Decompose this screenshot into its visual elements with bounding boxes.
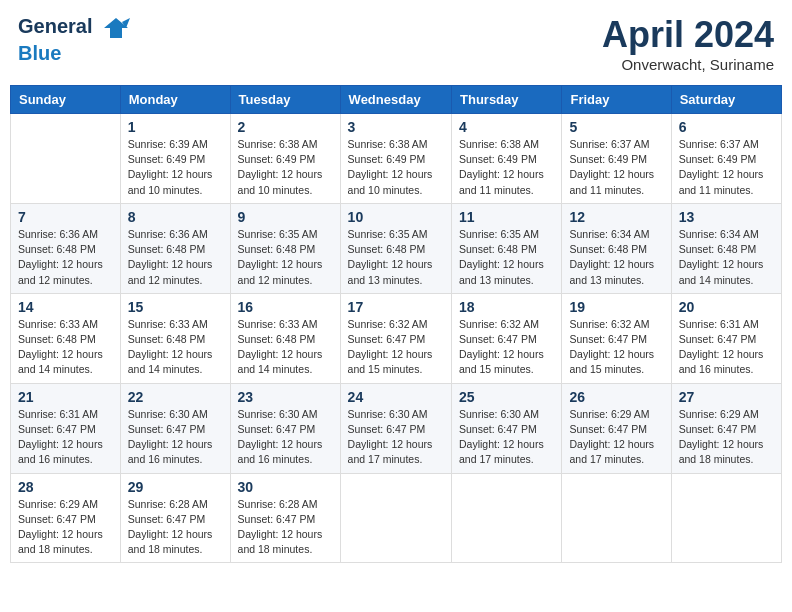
calendar-week-row: 28Sunrise: 6:29 AMSunset: 6:47 PMDayligh… bbox=[11, 473, 782, 563]
calendar-cell: 29Sunrise: 6:28 AMSunset: 6:47 PMDayligh… bbox=[120, 473, 230, 563]
location-subtitle: Onverwacht, Suriname bbox=[602, 56, 774, 73]
logo-general: General bbox=[18, 15, 92, 37]
day-number: 22 bbox=[128, 389, 223, 405]
calendar-cell: 27Sunrise: 6:29 AMSunset: 6:47 PMDayligh… bbox=[671, 383, 781, 473]
weekday-header: Monday bbox=[120, 86, 230, 114]
day-info: Sunrise: 6:31 AMSunset: 6:47 PMDaylight:… bbox=[18, 407, 113, 468]
calendar-cell: 21Sunrise: 6:31 AMSunset: 6:47 PMDayligh… bbox=[11, 383, 121, 473]
calendar-cell: 24Sunrise: 6:30 AMSunset: 6:47 PMDayligh… bbox=[340, 383, 451, 473]
logo-bird-icon bbox=[102, 14, 130, 42]
day-info: Sunrise: 6:28 AMSunset: 6:47 PMDaylight:… bbox=[128, 497, 223, 558]
day-number: 19 bbox=[569, 299, 663, 315]
day-info: Sunrise: 6:29 AMSunset: 6:47 PMDaylight:… bbox=[679, 407, 774, 468]
calendar-cell: 14Sunrise: 6:33 AMSunset: 6:48 PMDayligh… bbox=[11, 293, 121, 383]
calendar-cell: 22Sunrise: 6:30 AMSunset: 6:47 PMDayligh… bbox=[120, 383, 230, 473]
day-info: Sunrise: 6:38 AMSunset: 6:49 PMDaylight:… bbox=[238, 137, 333, 198]
calendar-cell: 3Sunrise: 6:38 AMSunset: 6:49 PMDaylight… bbox=[340, 114, 451, 204]
day-number: 27 bbox=[679, 389, 774, 405]
day-number: 8 bbox=[128, 209, 223, 225]
day-number: 25 bbox=[459, 389, 554, 405]
calendar-cell: 17Sunrise: 6:32 AMSunset: 6:47 PMDayligh… bbox=[340, 293, 451, 383]
weekday-header: Thursday bbox=[452, 86, 562, 114]
day-info: Sunrise: 6:39 AMSunset: 6:49 PMDaylight:… bbox=[128, 137, 223, 198]
day-number: 30 bbox=[238, 479, 333, 495]
day-number: 2 bbox=[238, 119, 333, 135]
calendar-cell bbox=[452, 473, 562, 563]
weekday-header: Sunday bbox=[11, 86, 121, 114]
calendar-cell: 2Sunrise: 6:38 AMSunset: 6:49 PMDaylight… bbox=[230, 114, 340, 204]
day-number: 5 bbox=[569, 119, 663, 135]
weekday-header: Friday bbox=[562, 86, 671, 114]
calendar-cell: 1Sunrise: 6:39 AMSunset: 6:49 PMDaylight… bbox=[120, 114, 230, 204]
calendar-week-row: 14Sunrise: 6:33 AMSunset: 6:48 PMDayligh… bbox=[11, 293, 782, 383]
calendar-cell: 20Sunrise: 6:31 AMSunset: 6:47 PMDayligh… bbox=[671, 293, 781, 383]
day-number: 15 bbox=[128, 299, 223, 315]
calendar-cell: 11Sunrise: 6:35 AMSunset: 6:48 PMDayligh… bbox=[452, 203, 562, 293]
day-info: Sunrise: 6:37 AMSunset: 6:49 PMDaylight:… bbox=[569, 137, 663, 198]
day-number: 10 bbox=[348, 209, 444, 225]
day-info: Sunrise: 6:38 AMSunset: 6:49 PMDaylight:… bbox=[348, 137, 444, 198]
title-block: April 2024 Onverwacht, Suriname bbox=[602, 14, 774, 73]
day-number: 18 bbox=[459, 299, 554, 315]
calendar-cell: 6Sunrise: 6:37 AMSunset: 6:49 PMDaylight… bbox=[671, 114, 781, 204]
day-info: Sunrise: 6:32 AMSunset: 6:47 PMDaylight:… bbox=[569, 317, 663, 378]
day-number: 9 bbox=[238, 209, 333, 225]
calendar-cell: 7Sunrise: 6:36 AMSunset: 6:48 PMDaylight… bbox=[11, 203, 121, 293]
calendar-cell bbox=[562, 473, 671, 563]
calendar-table: SundayMondayTuesdayWednesdayThursdayFrid… bbox=[10, 85, 782, 563]
day-info: Sunrise: 6:30 AMSunset: 6:47 PMDaylight:… bbox=[459, 407, 554, 468]
day-number: 4 bbox=[459, 119, 554, 135]
weekday-header: Wednesday bbox=[340, 86, 451, 114]
calendar-header-row: SundayMondayTuesdayWednesdayThursdayFrid… bbox=[11, 86, 782, 114]
day-info: Sunrise: 6:35 AMSunset: 6:48 PMDaylight:… bbox=[459, 227, 554, 288]
logo-blue: Blue bbox=[18, 42, 61, 64]
day-number: 16 bbox=[238, 299, 333, 315]
day-number: 7 bbox=[18, 209, 113, 225]
day-info: Sunrise: 6:34 AMSunset: 6:48 PMDaylight:… bbox=[569, 227, 663, 288]
calendar-cell: 16Sunrise: 6:33 AMSunset: 6:48 PMDayligh… bbox=[230, 293, 340, 383]
day-info: Sunrise: 6:33 AMSunset: 6:48 PMDaylight:… bbox=[238, 317, 333, 378]
calendar-week-row: 21Sunrise: 6:31 AMSunset: 6:47 PMDayligh… bbox=[11, 383, 782, 473]
day-number: 13 bbox=[679, 209, 774, 225]
weekday-header: Saturday bbox=[671, 86, 781, 114]
day-info: Sunrise: 6:28 AMSunset: 6:47 PMDaylight:… bbox=[238, 497, 333, 558]
day-info: Sunrise: 6:35 AMSunset: 6:48 PMDaylight:… bbox=[238, 227, 333, 288]
day-info: Sunrise: 6:34 AMSunset: 6:48 PMDaylight:… bbox=[679, 227, 774, 288]
day-number: 12 bbox=[569, 209, 663, 225]
calendar-cell: 25Sunrise: 6:30 AMSunset: 6:47 PMDayligh… bbox=[452, 383, 562, 473]
day-number: 11 bbox=[459, 209, 554, 225]
day-info: Sunrise: 6:37 AMSunset: 6:49 PMDaylight:… bbox=[679, 137, 774, 198]
calendar-cell: 12Sunrise: 6:34 AMSunset: 6:48 PMDayligh… bbox=[562, 203, 671, 293]
calendar-cell: 10Sunrise: 6:35 AMSunset: 6:48 PMDayligh… bbox=[340, 203, 451, 293]
day-number: 14 bbox=[18, 299, 113, 315]
calendar-cell bbox=[671, 473, 781, 563]
day-number: 17 bbox=[348, 299, 444, 315]
day-info: Sunrise: 6:33 AMSunset: 6:48 PMDaylight:… bbox=[128, 317, 223, 378]
page-header: General Blue April 2024 Onverwacht, Suri… bbox=[10, 10, 782, 77]
month-title: April 2024 bbox=[602, 14, 774, 56]
calendar-cell: 4Sunrise: 6:38 AMSunset: 6:49 PMDaylight… bbox=[452, 114, 562, 204]
day-info: Sunrise: 6:32 AMSunset: 6:47 PMDaylight:… bbox=[459, 317, 554, 378]
calendar-cell: 8Sunrise: 6:36 AMSunset: 6:48 PMDaylight… bbox=[120, 203, 230, 293]
calendar-cell: 5Sunrise: 6:37 AMSunset: 6:49 PMDaylight… bbox=[562, 114, 671, 204]
calendar-cell: 15Sunrise: 6:33 AMSunset: 6:48 PMDayligh… bbox=[120, 293, 230, 383]
calendar-cell bbox=[340, 473, 451, 563]
day-number: 24 bbox=[348, 389, 444, 405]
day-number: 1 bbox=[128, 119, 223, 135]
weekday-header: Tuesday bbox=[230, 86, 340, 114]
calendar-cell: 26Sunrise: 6:29 AMSunset: 6:47 PMDayligh… bbox=[562, 383, 671, 473]
day-number: 29 bbox=[128, 479, 223, 495]
calendar-cell: 28Sunrise: 6:29 AMSunset: 6:47 PMDayligh… bbox=[11, 473, 121, 563]
day-info: Sunrise: 6:30 AMSunset: 6:47 PMDaylight:… bbox=[348, 407, 444, 468]
day-info: Sunrise: 6:36 AMSunset: 6:48 PMDaylight:… bbox=[18, 227, 113, 288]
day-info: Sunrise: 6:29 AMSunset: 6:47 PMDaylight:… bbox=[18, 497, 113, 558]
day-info: Sunrise: 6:31 AMSunset: 6:47 PMDaylight:… bbox=[679, 317, 774, 378]
logo: General Blue bbox=[18, 14, 130, 64]
day-info: Sunrise: 6:38 AMSunset: 6:49 PMDaylight:… bbox=[459, 137, 554, 198]
calendar-cell: 13Sunrise: 6:34 AMSunset: 6:48 PMDayligh… bbox=[671, 203, 781, 293]
day-info: Sunrise: 6:30 AMSunset: 6:47 PMDaylight:… bbox=[238, 407, 333, 468]
day-number: 21 bbox=[18, 389, 113, 405]
day-number: 3 bbox=[348, 119, 444, 135]
calendar-cell bbox=[11, 114, 121, 204]
day-info: Sunrise: 6:29 AMSunset: 6:47 PMDaylight:… bbox=[569, 407, 663, 468]
